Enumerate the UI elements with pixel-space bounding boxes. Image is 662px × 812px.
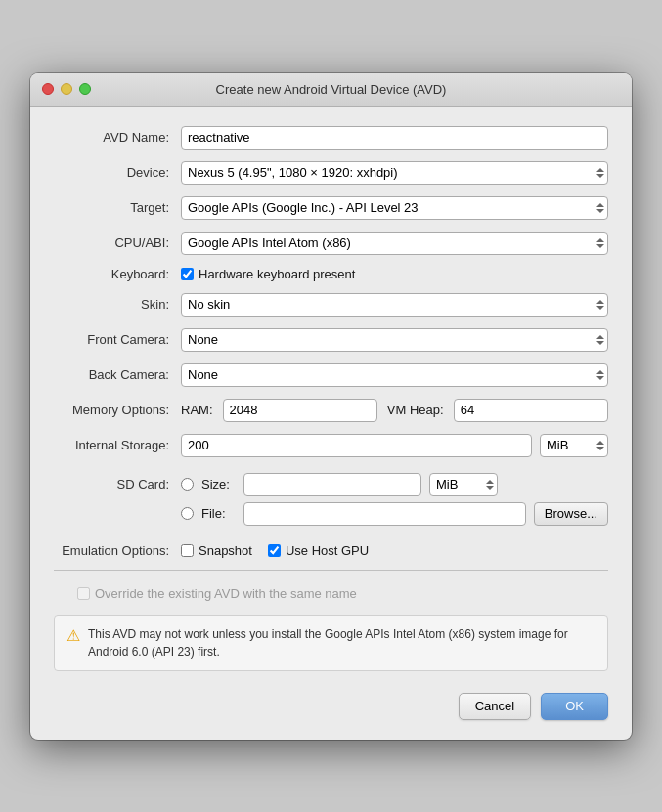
- warning-text: This AVD may not work unless you install…: [88, 625, 596, 661]
- sdcard-file-radio[interactable]: [181, 507, 194, 520]
- sdcard-file-option: File: Browse...: [181, 502, 608, 526]
- sdcard-label: SD Card:: [54, 473, 181, 491]
- traffic-lights: [42, 83, 91, 95]
- ram-label: RAM:: [181, 403, 213, 417]
- emulation-row: Emulation Options: Snapshot Use Host GPU: [54, 543, 608, 558]
- cancel-button[interactable]: Cancel: [459, 693, 531, 720]
- memory-label: Memory Options:: [54, 403, 181, 417]
- internal-storage-row: Internal Storage: MiB: [54, 434, 608, 457]
- snapshot-checkbox[interactable]: [181, 544, 194, 557]
- sdcard-control: Size: MiB File:: [181, 473, 608, 532]
- device-select[interactable]: Nexus 5 (4.95", 1080 × 1920: xxhdpi): [181, 161, 608, 185]
- snapshot-option: Snapshot: [181, 543, 252, 558]
- sdcard-file-label: File:: [201, 506, 236, 521]
- cpu-label: CPU/ABI:: [54, 235, 181, 250]
- skin-select[interactable]: No skin: [181, 293, 608, 317]
- front-camera-row: Front Camera: None: [54, 328, 608, 352]
- sdcard-size-option: Size: MiB: [181, 473, 608, 496]
- skin-label: Skin:: [54, 297, 181, 312]
- sdcard-size-radio[interactable]: [181, 478, 194, 491]
- cpu-control: Google APIs Intel Atom (x86): [181, 232, 608, 255]
- ok-button[interactable]: OK: [541, 693, 608, 720]
- sdcard-row: SD Card: Size: MiB: [54, 469, 608, 532]
- titlebar: Create new Android Virtual Device (AVD): [30, 73, 632, 107]
- use-host-gpu-checkbox[interactable]: [268, 544, 281, 557]
- target-label: Target:: [54, 200, 181, 215]
- target-select[interactable]: Google APIs (Google Inc.) - API Level 23: [181, 196, 608, 220]
- keyboard-checkbox[interactable]: [181, 268, 194, 280]
- warning-box: ⚠ This AVD may not work unless you insta…: [54, 615, 608, 671]
- front-camera-control: None: [181, 328, 608, 352]
- close-button[interactable]: [42, 83, 54, 95]
- form-content: AVD Name: Device: Nexus 5 (4.95", 1080 ×…: [30, 107, 632, 740]
- sdcard-size-inputs: MiB: [243, 473, 498, 496]
- sdcard-size-input[interactable]: [243, 473, 421, 496]
- sdcard-unit-select[interactable]: MiB: [429, 473, 498, 496]
- front-camera-label: Front Camera:: [54, 332, 181, 347]
- target-row: Target: Google APIs (Google Inc.) - API …: [54, 196, 608, 220]
- emulation-options: Snapshot Use Host GPU: [181, 543, 608, 558]
- avd-name-label: AVD Name:: [54, 130, 181, 145]
- back-camera-select[interactable]: None: [181, 363, 608, 387]
- device-row: Device: Nexus 5 (4.95", 1080 × 1920: xxh…: [54, 161, 608, 185]
- maximize-button[interactable]: [79, 83, 91, 95]
- skin-control: No skin: [181, 293, 608, 317]
- vmheap-input[interactable]: [454, 399, 608, 422]
- internal-storage-unit-select[interactable]: MiB: [540, 434, 608, 457]
- device-control: Nexus 5 (4.95", 1080 × 1920: xxhdpi): [181, 161, 608, 185]
- avd-name-input[interactable]: [181, 126, 608, 150]
- keyboard-checkbox-label: Hardware keyboard present: [199, 267, 355, 281]
- window-title: Create new Android Virtual Device (AVD): [216, 82, 447, 97]
- cpu-row: CPU/ABI: Google APIs Intel Atom (x86): [54, 232, 608, 255]
- back-camera-control: None: [181, 363, 608, 387]
- sdcard-file-input[interactable]: [243, 502, 526, 526]
- internal-storage-label: Internal Storage:: [54, 438, 181, 452]
- snapshot-label: Snapshot: [199, 543, 252, 558]
- divider: [54, 570, 608, 571]
- sdcard-unit-wrapper: MiB: [429, 473, 498, 496]
- override-label: Override the existing AVD with the same …: [95, 586, 357, 601]
- override-checkbox[interactable]: [77, 587, 90, 600]
- minimize-button[interactable]: [61, 83, 72, 95]
- memory-inputs: RAM: VM Heap:: [181, 399, 608, 422]
- emulation-control: Snapshot Use Host GPU: [181, 543, 608, 558]
- override-row: Override the existing AVD with the same …: [54, 578, 608, 609]
- skin-row: Skin: No skin: [54, 293, 608, 317]
- ram-input[interactable]: [223, 399, 377, 422]
- device-label: Device:: [54, 165, 181, 180]
- footer: Cancel OK: [54, 685, 608, 724]
- internal-storage-input[interactable]: [181, 434, 532, 457]
- avd-name-control: [181, 126, 608, 150]
- memory-row: Memory Options: RAM: VM Heap:: [54, 399, 608, 422]
- keyboard-checkbox-row: Hardware keyboard present: [181, 267, 608, 281]
- keyboard-label: Keyboard:: [54, 267, 181, 281]
- use-host-gpu-label: Use Host GPU: [286, 543, 369, 558]
- use-host-gpu-option: Use Host GPU: [268, 543, 369, 558]
- browse-button[interactable]: Browse...: [534, 502, 608, 526]
- internal-storage-unit-wrapper: MiB: [540, 434, 608, 457]
- emulation-label: Emulation Options:: [54, 543, 181, 558]
- keyboard-control: Hardware keyboard present: [181, 267, 608, 281]
- back-camera-label: Back Camera:: [54, 367, 181, 382]
- back-camera-row: Back Camera: None: [54, 363, 608, 387]
- memory-control: RAM: VM Heap:: [181, 399, 608, 422]
- front-camera-select[interactable]: None: [181, 328, 608, 352]
- internal-storage-inputs: MiB: [181, 434, 608, 457]
- avd-dialog: Create new Android Virtual Device (AVD) …: [30, 73, 632, 740]
- warning-icon: ⚠: [66, 626, 80, 645]
- cpu-select[interactable]: Google APIs Intel Atom (x86): [181, 232, 608, 255]
- sdcard-size-label: Size:: [201, 477, 236, 491]
- internal-storage-control: MiB: [181, 434, 608, 457]
- target-control: Google APIs (Google Inc.) - API Level 23: [181, 196, 608, 220]
- avd-name-row: AVD Name:: [54, 126, 608, 150]
- keyboard-row: Keyboard: Hardware keyboard present: [54, 267, 608, 281]
- vmheap-label: VM Heap:: [387, 403, 444, 417]
